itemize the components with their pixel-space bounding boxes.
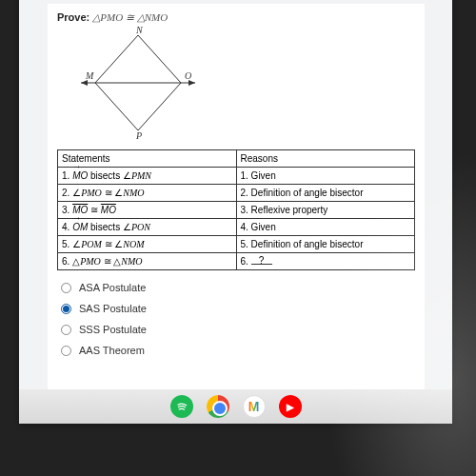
radio-icon[interactable] bbox=[61, 346, 71, 356]
laptop-surface: Prove: △PMO ≅ △NMO N M O P Statements R bbox=[19, 0, 452, 424]
prove-line: Prove: △PMO ≅ △NMO bbox=[57, 11, 415, 24]
reason-cell: 1. Given bbox=[236, 168, 415, 185]
table-row: 2. ∠PMO ≅ ∠NMO2. Definition of angle bis… bbox=[58, 185, 415, 202]
rhombus-diagram: N M O P bbox=[76, 26, 200, 140]
statement-cell: 1. MO bisects ∠PMN bbox=[58, 168, 237, 185]
statement-cell: 2. ∠PMO ≅ ∠NMO bbox=[58, 185, 237, 202]
prove-expression: △PMO ≅ △NMO bbox=[92, 11, 168, 23]
option-label: SAS Postulate bbox=[79, 303, 147, 314]
radio-icon[interactable] bbox=[61, 325, 71, 335]
label-o: O bbox=[185, 70, 191, 81]
radio-icon[interactable] bbox=[61, 304, 71, 314]
label-p: P bbox=[135, 130, 142, 140]
proof-table: Statements Reasons 1. MO bisects ∠PMN1. … bbox=[57, 149, 415, 270]
table-row: 3. MO ≅ MO3. Reflexive property bbox=[58, 202, 415, 219]
statement-cell: 3. MO ≅ MO bbox=[58, 202, 237, 219]
answer-option[interactable]: ASA Postulate bbox=[61, 282, 415, 293]
statement-cell: 5. ∠POM ≅ ∠NOM bbox=[58, 236, 237, 253]
table-header-row: Statements Reasons bbox=[58, 150, 415, 168]
gmail-icon[interactable]: M bbox=[243, 395, 266, 418]
option-label: AAS Theorem bbox=[79, 345, 145, 356]
youtube-icon[interactable]: ▶ bbox=[279, 395, 302, 418]
table-row: 5. ∠POM ≅ ∠NOM5. Definition of angle bis… bbox=[58, 236, 415, 253]
answer-options: ASA PostulateSAS PostulateSSS PostulateA… bbox=[57, 282, 415, 356]
label-n: N bbox=[135, 26, 144, 35]
option-label: SSS Postulate bbox=[79, 324, 147, 335]
label-m: M bbox=[85, 70, 94, 81]
taskbar: M ▶ bbox=[19, 389, 452, 424]
chrome-icon[interactable] bbox=[207, 395, 229, 418]
reason-cell: 4. Given bbox=[236, 219, 415, 236]
answer-option[interactable]: SSS Postulate bbox=[61, 324, 415, 335]
option-label: ASA Postulate bbox=[79, 282, 146, 293]
spotify-icon[interactable] bbox=[170, 395, 193, 418]
worksheet-paper: Prove: △PMO ≅ △NMO N M O P Statements R bbox=[48, 4, 425, 415]
reason-cell: 2. Definition of angle bisector bbox=[236, 185, 415, 202]
statement-cell: 4. OM bisects ∠PON bbox=[58, 219, 237, 236]
prove-label: Prove: bbox=[57, 11, 89, 23]
reason-cell: 6. ? bbox=[236, 253, 415, 270]
table-row: 6. △PMO ≅ △NMO6. ? bbox=[58, 253, 415, 270]
radio-icon[interactable] bbox=[61, 283, 71, 293]
statement-cell: 6. △PMO ≅ △NMO bbox=[58, 253, 237, 270]
answer-option[interactable]: SAS Postulate bbox=[61, 303, 415, 314]
reason-cell: 3. Reflexive property bbox=[236, 202, 415, 219]
header-reasons: Reasons bbox=[236, 150, 415, 168]
table-row: 1. MO bisects ∠PMN1. Given bbox=[58, 168, 415, 185]
answer-option[interactable]: AAS Theorem bbox=[61, 345, 415, 356]
header-statements: Statements bbox=[58, 150, 237, 168]
table-row: 4. OM bisects ∠PON4. Given bbox=[58, 219, 415, 236]
reason-cell: 5. Definition of angle bisector bbox=[236, 236, 415, 253]
